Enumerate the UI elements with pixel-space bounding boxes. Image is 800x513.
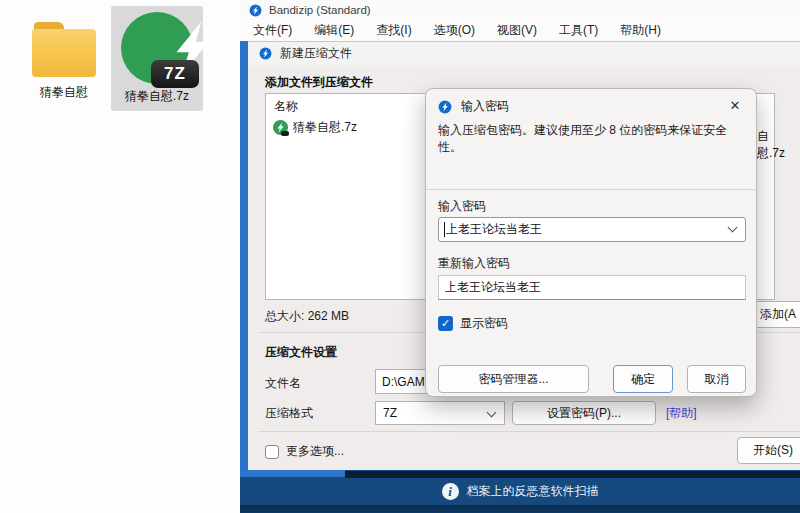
confirm-password-input[interactable] [438, 275, 746, 300]
password-combobox[interactable]: 上老王论坛当老王 [438, 217, 746, 242]
menu-help[interactable]: 帮助(H) [609, 20, 672, 41]
dark-strip [345, 471, 800, 478]
total-size-label: 总大小: 262 MB [265, 308, 349, 325]
checkbox-unchecked-icon[interactable] [265, 445, 279, 459]
show-password-checkbox[interactable]: ✓ 显示密码 [438, 315, 508, 332]
enter-password-dialog: 输入密码 ✕ 输入压缩包密码。建议使用至少 8 位的密码来保证安全性。 输入密码… [425, 88, 757, 397]
statusbar[interactable]: i 档案上的反恶意软件扫描 [240, 478, 800, 505]
menu-bar: 文件(F) 编辑(E) 查找(I) 选项(O) 视图(V) 工具(T) 帮助(H… [240, 20, 800, 41]
desktop-icon-label: 猜拳自慰 [16, 84, 112, 101]
window-title: Bandizip (Standard) [269, 4, 371, 16]
bandizip-app-icon [438, 100, 452, 114]
section-archive-settings: 压缩文件设置 [265, 344, 337, 361]
7z-badge: 7Z [151, 60, 199, 88]
menu-file[interactable]: 文件(F) [242, 20, 303, 41]
window-titlebar[interactable]: Bandizip (Standard) [240, 0, 800, 20]
filename-label: 文件名 [265, 375, 301, 392]
more-options-checkbox[interactable]: 更多选项... [265, 443, 344, 460]
dialog-title: 输入密码 [461, 98, 509, 115]
password-value: 上老王论坛当老王 [446, 221, 542, 238]
show-password-label: 显示密码 [460, 315, 508, 332]
section-add-files: 添加文件到压缩文件 [265, 74, 373, 91]
help-link[interactable]: [帮助] [666, 405, 697, 422]
menu-options[interactable]: 选项(O) [423, 20, 486, 41]
folder-icon-body [32, 29, 96, 77]
window-accent-frame [240, 41, 248, 477]
confirm-password-label: 重新输入密码 [438, 255, 510, 272]
bottom-status-zone: i 档案上的反恶意软件扫描 [240, 470, 800, 513]
desktop-icon-label: 猜拳自慰.7z [111, 88, 203, 105]
desktop-icon-folder[interactable]: 猜拳自慰 [16, 8, 112, 101]
window-bottom-edge [240, 505, 800, 513]
clipped-filename-text: 自慰.7z [757, 128, 785, 162]
close-icon[interactable]: ✕ [724, 95, 746, 115]
format-select[interactable]: 7Z [375, 401, 505, 425]
more-options-label: 更多选项... [286, 443, 344, 460]
menu-find[interactable]: 查找(I) [365, 20, 422, 41]
start-button[interactable]: 开始(S) [737, 437, 800, 464]
bandizip-app-icon [249, 4, 262, 17]
cancel-button[interactable]: 取消 [687, 365, 746, 393]
menu-tools[interactable]: 工具(T) [548, 20, 609, 41]
menu-view[interactable]: 视图(V) [486, 20, 548, 41]
divider [426, 189, 756, 190]
dialog-titlebar: 输入密码 [438, 98, 509, 115]
divider [258, 431, 800, 432]
new-archive-header: 新建压缩文件 [248, 41, 800, 65]
text-cursor [444, 222, 445, 237]
list-item-label: 猜拳自慰.7z [293, 119, 357, 136]
set-password-button[interactable]: 设置密码(P)... [512, 401, 656, 425]
password-label: 输入密码 [438, 198, 486, 215]
bandizip-app-icon [259, 47, 272, 60]
desktop-icon-archive[interactable]: 7Z 猜拳自慰.7z [111, 6, 203, 111]
statusbar-text: 档案上的反恶意软件扫描 [467, 483, 599, 500]
chevron-down-icon[interactable] [728, 223, 738, 233]
ok-button[interactable]: 确定 [613, 365, 673, 393]
format-value: 7Z [383, 406, 397, 420]
password-manager-button[interactable]: 密码管理器... [438, 365, 589, 393]
7z-file-icon [273, 120, 288, 135]
new-archive-title: 新建压缩文件 [280, 45, 352, 62]
chevron-down-icon [487, 408, 497, 418]
bandizip-7z-icon: 7Z [121, 12, 193, 84]
checkbox-checked-icon[interactable]: ✓ [438, 316, 453, 331]
info-icon: i [442, 483, 459, 500]
menu-edit[interactable]: 编辑(E) [303, 20, 365, 41]
format-label: 压缩格式 [265, 405, 313, 422]
folder-icon [32, 22, 96, 78]
accent-bar [240, 470, 345, 477]
dialog-description: 输入压缩包密码。建议使用至少 8 位的密码来保证安全性。 [438, 122, 743, 156]
